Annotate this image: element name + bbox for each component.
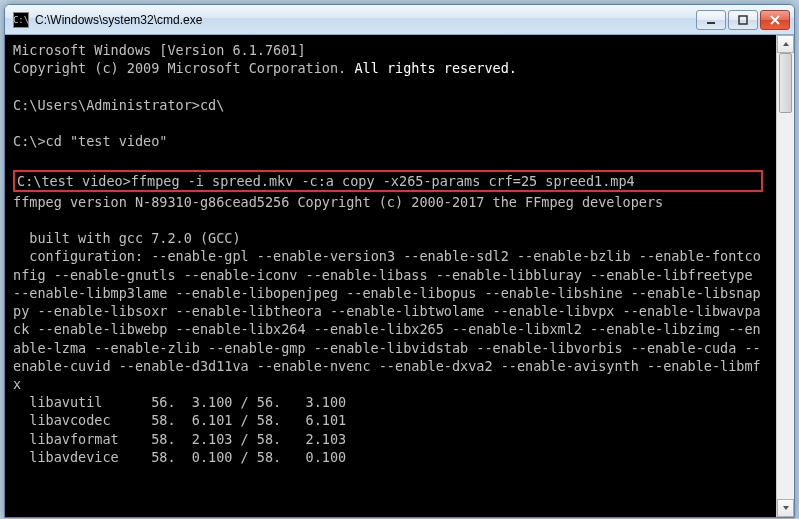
window-controls (696, 10, 790, 30)
ffmpeg-command-line: C:\test video>ffmpeg -i spreed.mkv -c:a … (17, 173, 635, 189)
titlebar[interactable]: C:\ C:\Windows\system32\cmd.exe (5, 5, 794, 35)
close-button[interactable] (760, 10, 790, 30)
prompt-cd-root: C:\Users\Administrator>cd\ (13, 97, 224, 113)
scrollbar-track[interactable] (777, 53, 794, 499)
highlighted-command: C:\test video>ffmpeg -i spreed.mkv -c:a … (13, 170, 763, 192)
configuration-block: configuration: --enable-gpl --enable-ver… (13, 248, 761, 392)
scroll-up-button[interactable] (777, 35, 794, 53)
gcc-line: built with gcc 7.2.0 (GCC) (13, 230, 241, 246)
cmd-window: C:\ C:\Windows\system32\cmd.exe Microsof… (4, 4, 795, 518)
ffmpeg-version-line: ffmpeg version N-89310-g86cead5256 Copyr… (13, 194, 663, 210)
scrollbar-thumb[interactable] (779, 53, 792, 113)
copyright-line: Copyright (c) 2009 Microsoft Corporation… (13, 60, 346, 76)
terminal-container: Microsoft Windows [Version 6.1.7601] Cop… (5, 35, 794, 517)
terminal-output[interactable]: Microsoft Windows [Version 6.1.7601] Cop… (7, 37, 769, 515)
os-version-line: Microsoft Windows [Version 6.1.7601] (13, 42, 306, 58)
lib-versions: libavutil 56. 3.100 / 56. 3.100 libavcod… (13, 394, 346, 465)
rights-reserved: All rights reserved. (346, 60, 517, 76)
cmd-icon: C:\ (13, 12, 29, 28)
svg-rect-0 (707, 22, 715, 24)
scroll-down-button[interactable] (777, 499, 794, 517)
maximize-button[interactable] (728, 10, 758, 30)
svg-rect-1 (739, 16, 747, 24)
prompt-cd-testvideo: C:\>cd "test video" (13, 133, 167, 149)
minimize-button[interactable] (696, 10, 726, 30)
window-title: C:\Windows\system32\cmd.exe (35, 13, 696, 27)
vertical-scrollbar[interactable] (776, 35, 794, 517)
